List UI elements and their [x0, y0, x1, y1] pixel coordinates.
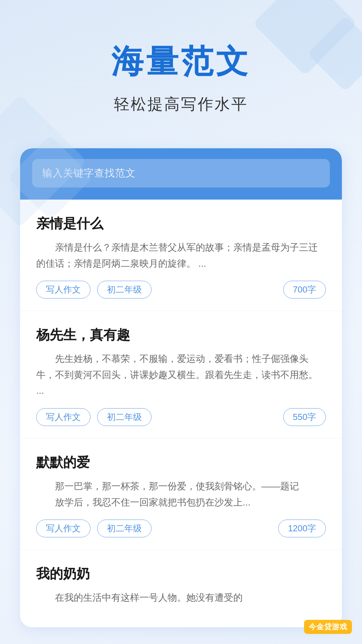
article-excerpt-1: 亲情是什么？亲情是木兰替父从军的故事；亲情是孟母为子三迁的佳话；亲情是阿炳二泉映…	[36, 239, 326, 271]
article-excerpt-4: 在我的生活中有这样一号人物。她没有遭受的	[36, 590, 326, 606]
article-title-1: 亲情是什么	[36, 214, 326, 233]
excerpt-line-1: 那一巴掌，那一杯茶，那一份爱，使我刻骨铭心。——题记	[36, 478, 326, 494]
article-item-2[interactable]: 杨先生，真有趣 先生姓杨，不慕荣，不服输，爱运动，爱看书；性子倔强像头牛，不到黄…	[20, 311, 342, 438]
watermark: 今金贷游戏	[304, 620, 352, 634]
tag-grade-2[interactable]: 初二年级	[97, 408, 152, 426]
article-item-4[interactable]: 我的奶奶 在我的生活中有这样一号人物。她没有遭受的	[20, 550, 342, 627]
tag-grade-1[interactable]: 初二年级	[97, 281, 152, 299]
sub-title: 轻松提高写作水平	[0, 94, 362, 115]
tag-genre-1[interactable]: 写人作文	[36, 281, 90, 299]
tag-count-2: 550字	[283, 408, 326, 426]
tag-genre-3[interactable]: 写人作文	[36, 520, 90, 537]
watermark-text: 今金贷游戏	[309, 623, 347, 631]
main-card: 输入关键字查找范文 亲情是什么 亲情是什么？亲情是木兰替父从军的故事；亲情是孟母…	[20, 148, 342, 627]
article-tags-3: 写人作文 初二年级 1200字	[36, 520, 326, 537]
article-item-1[interactable]: 亲情是什么 亲情是什么？亲情是木兰替父从军的故事；亲情是孟母为子三迁的佳话；亲情…	[20, 200, 342, 311]
article-title-4: 我的奶奶	[36, 565, 326, 583]
tag-count-1: 700字	[283, 281, 326, 299]
tag-grade-3[interactable]: 初二年级	[97, 520, 152, 537]
article-title-2: 杨先生，真有趣	[36, 326, 326, 344]
article-list: 亲情是什么 亲情是什么？亲情是木兰替父从军的故事；亲情是孟母为子三迁的佳话；亲情…	[20, 200, 342, 627]
article-item-3[interactable]: 默默的爱 那一巴掌，那一杯茶，那一份爱，使我刻骨铭心。——题记 放学后，我忍不住…	[20, 438, 342, 550]
tag-count-3: 1200字	[278, 520, 326, 537]
article-title-3: 默默的爱	[36, 453, 326, 472]
excerpt-line-2: 放学后，我忍不住一回家就把书包扔在沙发上...	[36, 494, 326, 511]
article-excerpt-3: 那一巴掌，那一杯茶，那一份爱，使我刻骨铭心。——题记 放学后，我忍不住一回家就把…	[36, 478, 326, 510]
article-tags-2: 写人作文 初二年级 550字	[36, 408, 326, 426]
article-tags-1: 写人作文 初二年级 700字	[36, 281, 326, 299]
article-excerpt-2: 先生姓杨，不慕荣，不服输，爱运动，爱看书；性子倔强像头牛，不到黄河不回头，讲课妙…	[36, 351, 326, 399]
tag-genre-2[interactable]: 写人作文	[36, 408, 90, 426]
